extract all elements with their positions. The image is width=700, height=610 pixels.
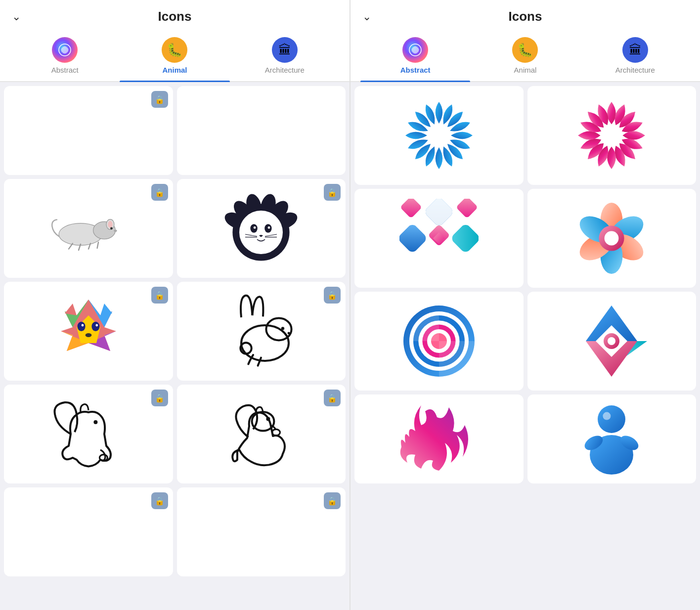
left-animal-label: Animal <box>162 66 187 74</box>
svg-point-34 <box>91 322 99 331</box>
right-content-area[interactable] <box>350 82 700 610</box>
svg-point-85 <box>598 405 625 433</box>
svg-point-48 <box>266 417 270 421</box>
svg-point-37 <box>85 333 91 337</box>
lock-badge-squirrel2: 🔒 <box>324 390 341 406</box>
svg-point-36 <box>95 324 98 327</box>
right-card-eye-diamond[interactable] <box>527 292 697 391</box>
svg-rect-55 <box>399 222 428 254</box>
left-panel-title: Icons <box>158 9 192 24</box>
left-animal-icon: 🐛 <box>162 37 187 63</box>
svg-line-10 <box>97 242 98 248</box>
svg-point-43 <box>281 327 284 330</box>
left-tab-architecture[interactable]: 🏛 Architecture <box>230 34 340 81</box>
right-card-spiral-circle[interactable] <box>354 292 524 391</box>
left-card-squirrel1[interactable]: 🔒 <box>4 385 173 483</box>
svg-point-18 <box>239 211 283 254</box>
squirrel2-svg <box>221 394 301 474</box>
left-card-rabbit[interactable]: 🔒 <box>177 282 346 381</box>
right-card-diamond-pattern[interactable] <box>354 189 524 288</box>
lock-badge-rabbit: 🔒 <box>324 287 341 304</box>
right-abstract-svg <box>408 43 423 57</box>
flame-svg <box>399 399 479 479</box>
svg-point-70 <box>605 231 619 246</box>
abstract-svg-icon <box>57 43 72 57</box>
right-panel-header: ⌄ Icons <box>350 0 700 29</box>
left-tab-abstract[interactable]: Abstract <box>10 34 120 81</box>
svg-rect-59 <box>400 199 422 218</box>
lock-badge-wolf: 🔒 <box>151 287 168 304</box>
svg-point-47 <box>252 412 274 431</box>
left-abstract-icon <box>52 37 78 63</box>
left-architecture-icon: 🏛 <box>272 37 298 63</box>
left-card-rat[interactable]: 🔒 <box>4 179 173 278</box>
left-partial-bottom-left[interactable]: 🔒 <box>4 487 173 576</box>
svg-point-89 <box>603 412 611 420</box>
svg-marker-39 <box>100 304 112 315</box>
right-card-pink-swirl[interactable] <box>527 86 697 185</box>
right-card-flower-pattern[interactable] <box>527 189 697 288</box>
left-chevron-icon[interactable]: ⌄ <box>12 10 21 23</box>
left-tab-animal[interactable]: 🐛 Animal <box>120 34 229 81</box>
svg-rect-54 <box>450 222 479 254</box>
svg-point-22 <box>268 226 270 229</box>
svg-point-84 <box>608 337 615 345</box>
left-card-wolf[interactable]: 🔒 <box>4 282 173 381</box>
lion-svg <box>221 189 301 268</box>
svg-point-6 <box>114 229 117 232</box>
rabbit-svg <box>221 294 301 369</box>
svg-point-33 <box>77 322 85 331</box>
svg-point-35 <box>81 324 84 327</box>
right-tab-architecture[interactable]: 🏛 Architecture <box>580 34 690 81</box>
left-partial-top-right[interactable] <box>177 86 346 175</box>
right-abstract-icon <box>402 37 428 63</box>
left-card-squirrel2[interactable]: 🔒 <box>177 385 346 483</box>
lock-badge-lion: 🔒 <box>324 184 341 201</box>
left-panel-header: ⌄ Icons <box>0 0 350 29</box>
left-card-lion[interactable]: 🔒 <box>177 179 346 278</box>
svg-point-44 <box>288 332 290 335</box>
right-tabs-row: Abstract 🐛 Animal 🏛 Architecture <box>350 29 700 82</box>
diamond-pattern-svg <box>399 199 479 278</box>
svg-point-5 <box>110 227 113 230</box>
svg-point-52 <box>601 125 623 147</box>
left-partial-bottom-right[interactable]: 🔒 <box>177 487 346 576</box>
right-card-blue-figure[interactable] <box>527 394 697 483</box>
right-abstract-label: Abstract <box>400 66 431 74</box>
right-tab-animal[interactable]: 🐛 Animal <box>470 34 580 81</box>
right-panel: ⌄ Icons Abstract 🐛 Animal 🏛 Arc <box>350 0 700 610</box>
left-abstract-label: Abstract <box>51 66 79 74</box>
left-architecture-label: Architecture <box>265 66 305 74</box>
rat-svg <box>49 205 128 252</box>
right-animal-icon: 🐛 <box>512 37 538 63</box>
right-chevron-icon[interactable]: ⌄ <box>362 10 371 23</box>
right-card-blue-swirl[interactable] <box>354 86 524 185</box>
lock-badge-rat: 🔒 <box>151 184 168 201</box>
svg-point-4 <box>108 221 113 228</box>
right-architecture-icon: 🏛 <box>622 37 648 63</box>
squirrel1-svg <box>49 394 128 474</box>
svg-rect-61 <box>423 199 454 227</box>
lock-badge-squirrel1: 🔒 <box>151 390 168 406</box>
wolf-svg <box>49 292 128 371</box>
right-architecture-label: Architecture <box>615 66 655 74</box>
right-animal-label: Animal <box>514 66 537 74</box>
left-panel: ⌄ Icons Abstract 🐛 Animal 🏛 Arc <box>0 0 350 610</box>
lock-badge-bottom-left: 🔒 <box>151 492 168 509</box>
pink-swirl-svg <box>572 96 651 175</box>
eye-diamond-svg <box>572 302 651 381</box>
lock-badge: 🔒 <box>151 91 168 108</box>
right-panel-title: Icons <box>509 9 542 24</box>
right-card-flame[interactable] <box>354 394 524 483</box>
left-content-area[interactable]: 🔒 🔒 <box>0 82 350 610</box>
flower-pattern-svg <box>572 199 651 278</box>
blue-swirl-svg <box>399 96 479 175</box>
svg-marker-38 <box>65 304 77 315</box>
svg-point-21 <box>254 226 256 229</box>
svg-rect-57 <box>456 199 478 218</box>
spiral-circle-svg <box>399 302 479 381</box>
left-partial-top-left[interactable]: 🔒 <box>4 86 173 175</box>
lock-badge-bottom-right: 🔒 <box>324 492 341 509</box>
svg-point-45 <box>93 420 97 424</box>
right-tab-abstract[interactable]: Abstract <box>360 34 470 81</box>
